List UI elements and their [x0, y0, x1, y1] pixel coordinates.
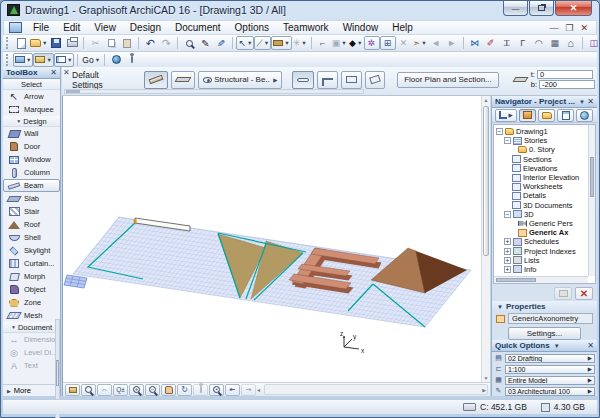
toolbox-scrollbar-thumb[interactable] — [56, 360, 59, 386]
layout-window-dropdown[interactable]: ▼ — [54, 53, 74, 67]
arc-tool-button[interactable]: ◠ — [531, 36, 547, 50]
save-button[interactable] — [48, 36, 64, 50]
tree-item-schedules[interactable]: +Schedules — [496, 237, 595, 246]
tool-shell[interactable]: Shell — [3, 231, 60, 244]
undo-button[interactable]: ↶ — [142, 36, 158, 50]
publisher-button[interactable] — [576, 109, 593, 122]
menu-view[interactable]: View — [87, 21, 123, 34]
tool-curtain-wall[interactable]: Curtain... — [3, 257, 60, 270]
snap-guides-dropdown[interactable]: ✳▼ — [292, 36, 308, 50]
structure-display-dropdown[interactable]: Entire Model▶ — [505, 376, 595, 385]
tool-zone[interactable]: Zone — [3, 296, 60, 309]
menu-design[interactable]: Design — [123, 21, 168, 34]
tool-skylight[interactable]: Skylight — [3, 244, 60, 257]
scroll-right-icon[interactable]: ▶ — [482, 386, 486, 394]
pick-up-parameters-button[interactable]: ✎ — [197, 36, 213, 50]
knife-tool-dropdown[interactable]: ⟋▼ — [254, 36, 271, 50]
menu-teamwork[interactable]: Teamwork — [276, 21, 336, 34]
guide-lines-dropdown[interactable]: ➣▼ — [412, 36, 428, 50]
print-button[interactable] — [64, 36, 80, 50]
menu-options[interactable]: Options — [228, 21, 276, 34]
geometry-rotated-rectangle-button[interactable] — [365, 71, 385, 89]
quick-view-dropdown[interactable]: ▼ — [13, 53, 33, 67]
tool-wall[interactable]: Wall — [3, 127, 60, 140]
floor-plan-window-dropdown[interactable]: ▼ — [33, 53, 53, 67]
tree-item-info[interactable]: +Info — [496, 265, 595, 274]
minimize-button[interactable]: — — [503, 1, 528, 16]
beam-structure-button[interactable] — [171, 71, 195, 89]
tool-column[interactable]: Column — [3, 166, 60, 179]
menu-document[interactable]: Document — [168, 21, 228, 34]
favorites-dropdown[interactable]: Structural - Be...▶ — [198, 71, 282, 89]
walk-button[interactable] — [193, 384, 208, 396]
collapse-icon[interactable]: − — [504, 211, 511, 218]
toolbox-section-design[interactable]: ▼Design — [3, 116, 60, 127]
expand-icon[interactable]: + — [504, 266, 511, 273]
scroll-down-icon[interactable]: ▼ — [482, 374, 490, 382]
toolbox-section-document[interactable]: ▼Document — [3, 322, 60, 333]
toolbox-close-icon[interactable]: ✕ — [50, 68, 57, 77]
quick-options-header[interactable]: Quick Options ▼ ✕ — [492, 340, 597, 352]
look-to-button[interactable]: • — [209, 384, 224, 396]
vertical-scrollbar[interactable]: ▲▼ — [481, 96, 490, 382]
previous-zoom-button[interactable]: ⇤ — [225, 384, 240, 396]
tree-scrollbar-thumb[interactable] — [496, 278, 536, 282]
menu-help[interactable]: Help — [385, 21, 420, 34]
scale-dropdown[interactable]: 1:100▶ — [505, 365, 595, 374]
tree-item-sections[interactable]: Sections — [496, 155, 595, 164]
tree-vertical-scrollbar[interactable] — [588, 125, 595, 276]
tool-slab[interactable]: Slab — [3, 192, 60, 205]
layout-book-button[interactable] — [557, 109, 574, 122]
scroll-up-icon[interactable]: ▲ — [482, 96, 490, 104]
delete-button[interactable]: ✕ — [396, 36, 412, 50]
tree-item-elevations[interactable]: Elevations — [496, 164, 595, 173]
tree-item-0-story[interactable]: 0. Story — [496, 145, 595, 154]
tool-marquee[interactable]: Marquee — [3, 103, 60, 116]
zoom-out-button[interactable]: − — [145, 384, 160, 396]
top-offset-field[interactable] — [537, 70, 593, 79]
toolbox-more[interactable]: ▶More — [3, 384, 60, 396]
project-chooser-button[interactable]: ▶ — [495, 109, 517, 122]
tool-window[interactable]: Window — [3, 153, 60, 166]
3d-view-mode-button[interactable] — [65, 384, 80, 396]
infobox-scrollbar-thumb[interactable] — [66, 90, 80, 93]
quick-options-menu-icon[interactable]: ▼ — [554, 343, 560, 349]
mdi-close-button[interactable]: ✕ — [580, 23, 588, 33]
toolbar-grip[interactable] — [6, 54, 10, 66]
corner-mode-button[interactable]: ⌐ — [315, 36, 331, 50]
pen-set-dropdown[interactable]: 03 Architectural 100▶ — [505, 387, 595, 396]
section-depth-button[interactable]: Ɪ — [499, 36, 515, 50]
corner-window-button[interactable]: Γ — [515, 36, 531, 50]
tool-dimension[interactable]: ↔Dimensio... — [3, 333, 60, 346]
hotlink-button[interactable]: ⋈ — [467, 36, 483, 50]
tool-text[interactable]: AText — [3, 359, 60, 372]
infobox-scrollbar[interactable] — [64, 89, 364, 94]
beam-selection-handle[interactable] — [134, 220, 137, 223]
copy-button[interactable] — [103, 36, 119, 50]
cut-button[interactable]: ✂ — [87, 36, 103, 50]
tree-item-3d-documents[interactable]: 3D Documents — [496, 201, 595, 210]
home-story-button[interactable]: ⌂ — [563, 36, 579, 50]
view-map-button[interactable] — [538, 109, 555, 122]
tool-object[interactable]: Object — [3, 283, 60, 296]
tool-beam[interactable]: Beam — [3, 179, 60, 192]
menu-edit[interactable]: Edit — [56, 21, 87, 34]
tool-morph[interactable]: Morph — [3, 270, 60, 283]
explore-model-button[interactable] — [108, 53, 124, 67]
menu-file[interactable]: File — [26, 21, 56, 34]
tool-mesh[interactable]: Mesh — [3, 309, 60, 322]
open-button[interactable]: ▼ — [29, 36, 48, 50]
viewpoint-name-field[interactable]: GenericAxonometry — [508, 313, 593, 324]
go-button[interactable]: Go▼ — [81, 53, 101, 67]
collapse-icon[interactable]: − — [504, 137, 511, 144]
properties-header[interactable]: ▼Properties — [492, 301, 597, 312]
tree-item-details[interactable]: Details — [496, 191, 595, 200]
layer-combination-dropdown[interactable]: 02 Drafting▶ — [505, 354, 595, 363]
zoom-level-button[interactable]: Q± — [113, 384, 128, 396]
floor-plan-section-button[interactable]: Floor Plan and Section... — [397, 72, 499, 88]
restore-button[interactable] — [529, 1, 554, 16]
zoom-in-button[interactable]: + — [129, 384, 144, 396]
tree-item-generic-perspective[interactable]: Generic Pers — [496, 219, 595, 228]
tool-level-dimension[interactable]: ◎Level Di... — [3, 346, 60, 359]
delete-viewpoint-button[interactable]: ✕ — [575, 287, 593, 300]
